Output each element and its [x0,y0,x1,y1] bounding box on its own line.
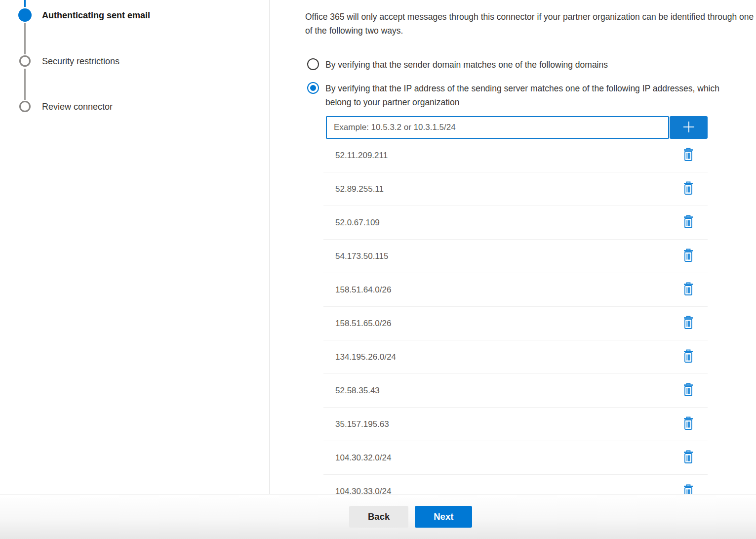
ip-value: 52.89.255.11 [323,184,681,194]
ip-row: 158.51.64.0/26 [323,273,708,307]
step-security-restrictions[interactable]: Security restrictions [42,56,119,67]
ip-entry-row [326,116,708,139]
option-sender-domain-label: By verifying that the sender domain matc… [325,58,608,72]
next-button[interactable]: Next [415,506,472,528]
main-panel: Office 365 will only accept messages thr… [270,0,756,494]
add-ip-button[interactable] [670,116,708,139]
connector-wizard: Authenticating sent email Security restr… [0,0,756,494]
trash-icon [682,214,694,231]
ip-value: 52.11.209.211 [323,151,681,161]
radio-selected[interactable] [307,82,319,94]
trash-icon [682,282,694,298]
ip-row: 52.89.255.11 [323,172,708,206]
delete-ip-button[interactable] [681,382,696,399]
option-ip-address[interactable]: By verifying that the IP address of the … [307,82,756,109]
delete-ip-button[interactable] [681,181,696,198]
delete-ip-button[interactable] [681,147,696,164]
ip-value: 52.0.67.109 [323,218,681,228]
option-sender-domain[interactable]: By verifying that the sender domain matc… [307,58,756,72]
ip-value: 54.173.50.115 [323,251,681,261]
ip-row: 52.58.35.43 [323,374,708,408]
ip-value: 104.30.33.0/24 [323,487,681,494]
trash-icon [682,450,694,466]
ip-row: 54.173.50.115 [323,240,708,273]
delete-ip-button[interactable] [681,450,696,466]
step-open-dot [19,101,31,112]
ip-value: 158.51.65.0/26 [323,319,681,329]
ip-row: 52.0.67.109 [323,206,708,240]
step-connector [24,23,26,54]
ip-row: 104.30.32.0/24 [323,441,708,475]
ip-value: 35.157.195.63 [323,419,681,429]
delete-ip-button[interactable] [681,248,696,265]
wizard-footer: Back Next [0,494,756,539]
ip-value: 134.195.26.0/24 [323,352,681,362]
ip-value: 52.58.35.43 [323,386,681,396]
radio-unselected[interactable] [307,58,319,70]
delete-ip-button[interactable] [681,315,696,332]
step-active-dot [18,8,32,22]
step-connector [24,69,26,100]
ip-value: 158.51.64.0/26 [323,285,681,295]
ip-row: 52.11.209.211 [323,139,708,172]
delete-ip-button[interactable] [681,214,696,231]
trash-icon [682,484,694,495]
delete-ip-button[interactable] [681,416,696,433]
ip-row: 134.195.26.0/24 [323,340,708,374]
trash-icon [682,416,694,432]
ip-row: 158.51.65.0/26 [323,307,708,340]
wizard-stepper: Authenticating sent email Security restr… [0,0,270,494]
option-ip-address-label: By verifying that the IP address of the … [325,82,728,109]
ip-row: 35.157.195.63 [323,408,708,441]
trash-icon [682,147,694,164]
trash-icon [682,315,694,332]
delete-ip-button[interactable] [681,349,696,366]
back-button[interactable]: Back [349,506,408,528]
delete-ip-button[interactable] [681,483,696,494]
step-authenticating-sent-email[interactable]: Authenticating sent email [42,10,150,21]
step-connector-completed [24,0,26,7]
trash-icon [682,181,694,197]
trash-icon [682,382,694,399]
trash-icon [682,349,694,365]
ip-value: 104.30.32.0/24 [323,453,681,463]
delete-ip-button[interactable] [681,282,696,298]
intro-text: Office 365 will only accept messages thr… [305,10,756,38]
plus-icon [681,119,697,136]
ip-address-input[interactable] [326,116,669,139]
step-review-connector[interactable]: Review connector [42,102,113,112]
ip-row: 104.30.33.0/24 [323,475,708,494]
ip-address-list: 52.11.209.211 [323,139,708,494]
trash-icon [682,248,694,264]
step-open-dot [19,55,31,67]
